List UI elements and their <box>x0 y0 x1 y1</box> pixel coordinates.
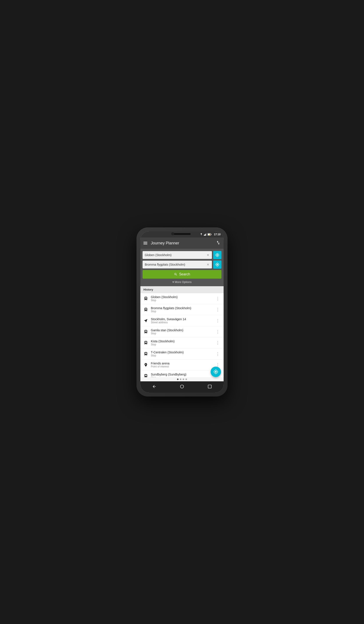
bus-icon <box>144 330 148 334</box>
from-input[interactable]: Globen (Stockholm) ✕ <box>143 251 212 259</box>
page-dot-1 <box>177 379 179 380</box>
item-name: T-Centralen (Stockholm) <box>151 351 212 354</box>
home-button[interactable] <box>176 383 188 391</box>
item-icon <box>143 351 148 356</box>
history-item[interactable]: Kista (Stockholm) Stop ⋮ <box>140 337 224 348</box>
speaker <box>173 233 191 235</box>
page-dot-2 <box>180 379 181 380</box>
item-more-button[interactable]: ⋮ <box>215 351 221 357</box>
bus-icon <box>144 352 148 356</box>
item-icon <box>143 318 148 323</box>
to-gps-button[interactable] <box>213 260 221 269</box>
page-indicator <box>140 377 224 381</box>
item-more-button[interactable]: ⋮ <box>215 317 221 324</box>
search-form: Globen (Stockholm) ✕ Bromma flygplats (S… <box>140 249 224 286</box>
item-type: Stop <box>151 310 212 313</box>
item-content: T-Centralen (Stockholm) Stop <box>151 351 212 357</box>
svg-rect-1 <box>205 234 205 236</box>
nav-icon <box>144 318 148 323</box>
item-name: Kista (Stockholm) <box>151 339 212 343</box>
svg-rect-9 <box>208 385 211 388</box>
history-item[interactable]: Stockholm, Sveavägen 14 Street address ⋮ <box>140 315 224 326</box>
item-icon <box>143 340 148 345</box>
item-more-button[interactable]: ⋮ <box>215 339 221 346</box>
search-button[interactable]: Search <box>143 270 221 279</box>
location-fab[interactable] <box>210 366 221 377</box>
item-more-button[interactable]: ⋮ <box>215 328 221 335</box>
history-list: Globen (Stockholm) Stop ⋮ Bromma flygpla… <box>140 293 224 377</box>
item-more-button[interactable]: ⋮ <box>215 306 221 313</box>
history-header: History <box>140 286 224 293</box>
more-options-button[interactable]: ▾ More Options <box>143 280 221 284</box>
item-icon <box>143 307 148 312</box>
item-content: Friends arena Point of interest <box>151 362 212 368</box>
item-name: Friends arena <box>151 362 212 365</box>
history-item[interactable]: Gamla stan (Stockholm) Stop ⋮ <box>140 326 224 337</box>
svg-rect-2 <box>206 234 206 236</box>
wifi-icon <box>200 233 203 236</box>
to-clear-button[interactable]: ✕ <box>206 262 210 267</box>
item-name: Sundbyberg (Sundbyberg) <box>151 373 212 376</box>
signal-icon <box>204 233 207 236</box>
more-options-label: More Options <box>175 280 192 284</box>
camera <box>171 232 174 235</box>
bus-icon <box>144 374 148 377</box>
item-type: Stop <box>151 343 212 346</box>
item-type: Stop <box>151 354 212 357</box>
poi-icon <box>144 363 148 367</box>
from-value: Globen (Stockholm) <box>145 253 172 257</box>
app-title: Journey Planner <box>151 241 216 245</box>
item-content: Kista (Stockholm) Stop <box>151 339 212 346</box>
phone-screen: ⚡ 17:10 Journey Planner <box>140 231 224 393</box>
item-type: Stop <box>151 299 212 302</box>
gps-icon-from <box>215 253 219 257</box>
item-icon <box>143 329 148 334</box>
item-icon <box>143 373 148 377</box>
from-clear-button[interactable]: ✕ <box>206 253 210 257</box>
item-content: Sundbyberg (Sundbyberg) Stop <box>151 373 212 377</box>
item-content: Stockholm, Sveavägen 14 Street address <box>151 317 212 324</box>
svg-rect-3 <box>206 233 207 236</box>
history-item[interactable]: Globen (Stockholm) Stop ⋮ <box>140 293 224 304</box>
to-input[interactable]: Bromma flygplats (Stockholm) ✕ <box>143 261 212 268</box>
item-icon <box>143 296 148 301</box>
toolbar: Journey Planner <box>140 237 224 249</box>
bottom-navigation <box>140 381 224 393</box>
history-item[interactable]: T-Centralen (Stockholm) Stop ⋮ <box>140 348 224 360</box>
chevron-down-icon: ▾ <box>172 280 175 284</box>
search-label: Search <box>179 272 190 276</box>
bus-icon <box>144 341 148 345</box>
status-time: 17:10 <box>214 233 221 236</box>
menu-icon[interactable] <box>143 242 147 244</box>
svg-rect-5 <box>211 234 211 235</box>
to-value: Bromma flygplats (Stockholm) <box>145 263 185 266</box>
item-type: Point of interest <box>151 365 212 368</box>
recents-button[interactable] <box>203 383 216 391</box>
item-name: Bromma flygplats (Stockholm) <box>151 306 212 310</box>
fab-gps-icon <box>213 369 218 374</box>
item-type: Street address <box>151 321 212 324</box>
svg-text:⚡: ⚡ <box>209 234 210 236</box>
to-input-row: Bromma flygplats (Stockholm) ✕ <box>143 260 221 269</box>
history-item[interactable]: Friends arena Point of interest ⋮ <box>140 360 224 370</box>
status-icons: ⚡ 17:10 <box>200 233 221 236</box>
battery-icon: ⚡ <box>208 233 211 236</box>
item-name: Gamla stan (Stockholm) <box>151 328 212 332</box>
bus-icon <box>144 308 148 312</box>
swap-icon[interactable] <box>216 240 221 246</box>
from-input-row: Globen (Stockholm) ✕ <box>143 251 221 259</box>
item-content: Globen (Stockholm) Stop <box>151 295 212 302</box>
item-content: Bromma flygplats (Stockholm) Stop <box>151 306 212 313</box>
from-gps-button[interactable] <box>213 251 221 259</box>
svg-rect-0 <box>204 235 205 236</box>
item-name: Globen (Stockholm) <box>151 295 212 299</box>
history-section: History Globen (Stockholm) Stop ⋮ Bromma… <box>140 286 224 377</box>
item-type: Stop <box>151 332 212 335</box>
bus-icon <box>144 296 148 301</box>
item-more-button[interactable]: ⋮ <box>215 295 221 302</box>
history-item[interactable]: Bromma flygplats (Stockholm) Stop ⋮ <box>140 304 224 315</box>
back-button[interactable] <box>148 383 161 391</box>
phone-device: ⚡ 17:10 Journey Planner <box>136 228 228 396</box>
page-dot-3 <box>183 379 184 380</box>
search-icon <box>174 273 178 276</box>
